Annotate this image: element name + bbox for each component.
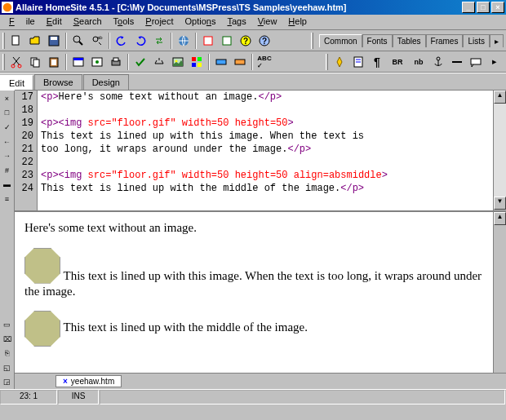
copy-button[interactable] xyxy=(26,53,44,71)
print-button[interactable] xyxy=(107,53,125,71)
menu-options[interactable]: Options xyxy=(180,15,222,29)
close-button[interactable]: × xyxy=(491,2,504,13)
weight-button[interactable] xyxy=(150,53,168,71)
open-button[interactable] xyxy=(26,32,44,50)
tool-b-button[interactable] xyxy=(218,32,236,50)
toolbar-edit: ABC✓ ¶ BR nb ▸ xyxy=(0,51,506,73)
preview-scrollbar[interactable]: ▲ xyxy=(493,212,506,373)
app-icon xyxy=(2,2,13,13)
workspace: × □ ✓ ← → # ▬ ≡ ▭ ⌧ ⎘ ◱ ◲ 17181920212223… xyxy=(0,90,506,389)
svg-point-39 xyxy=(437,57,440,60)
floor-image-2 xyxy=(24,311,60,347)
left-zoomout-icon[interactable]: ◲ xyxy=(1,376,14,389)
menu-view[interactable]: View xyxy=(252,15,283,29)
preview-button[interactable] xyxy=(88,53,106,71)
color-button[interactable] xyxy=(188,53,206,71)
maximize-button[interactable]: □ xyxy=(477,2,490,13)
minimize-button[interactable]: _ xyxy=(462,2,475,13)
tab-frames[interactable]: Frames xyxy=(426,34,464,47)
anchor-button[interactable] xyxy=(429,53,447,71)
p-tag-button[interactable]: ¶ xyxy=(368,53,386,71)
preview-p2: This text is lined up with this image. W… xyxy=(24,248,496,300)
left-lines-icon[interactable]: ≡ xyxy=(1,192,14,206)
menu-tools[interactable]: Tools xyxy=(108,15,140,29)
left-rect-icon[interactable]: ▭ xyxy=(1,318,14,331)
cut-button[interactable] xyxy=(7,53,25,71)
repeat-button[interactable] xyxy=(150,32,168,50)
menu-edit[interactable]: Edit xyxy=(41,15,68,29)
nbsp-button[interactable]: nb xyxy=(409,53,428,71)
tagbar-grip[interactable] xyxy=(326,54,328,70)
code-editor[interactable]: 1718192021222324 <p>Here's some text wit… xyxy=(15,90,506,210)
left-close-icon[interactable]: × xyxy=(1,92,14,105)
svg-rect-34 xyxy=(216,60,226,64)
comment-button[interactable] xyxy=(467,53,485,71)
mode-browse[interactable]: Browse xyxy=(34,74,82,90)
find-button[interactable] xyxy=(69,32,87,50)
mode-tabs: Edit Browse Design xyxy=(0,73,506,90)
mode-design[interactable]: Design xyxy=(83,74,129,90)
new-button[interactable] xyxy=(7,32,25,50)
left-hash-icon[interactable]: # xyxy=(1,164,14,177)
preview-scroll-up[interactable]: ▲ xyxy=(494,212,506,225)
menu-file[interactable]: File xyxy=(3,15,41,29)
toolbar-main: ab ? ? Common Fonts Tables Frames Lists … xyxy=(0,30,506,51)
svg-rect-32 xyxy=(192,63,196,67)
help2-button[interactable]: ? xyxy=(255,32,273,50)
left-del-icon[interactable]: ⌧ xyxy=(1,333,14,346)
left-fwd-icon[interactable]: → xyxy=(1,149,14,162)
validate-button[interactable] xyxy=(131,53,149,71)
preview-p3: This text is lined up with the middle of… xyxy=(24,311,496,347)
left-box-icon[interactable]: □ xyxy=(1,107,14,120)
tagmore-button[interactable]: ▸ xyxy=(486,53,504,71)
svg-rect-31 xyxy=(198,57,202,61)
toolbar2-grip[interactable] xyxy=(2,54,5,70)
browse-button[interactable] xyxy=(69,53,87,71)
code-scrollbar[interactable]: ▲ ▼ xyxy=(493,91,506,210)
menu-tags[interactable]: Tags xyxy=(221,15,251,29)
svg-rect-10 xyxy=(204,37,212,45)
toggle-a-button[interactable] xyxy=(212,53,230,71)
body-button[interactable] xyxy=(349,53,367,71)
left-bar-icon[interactable]: ▬ xyxy=(1,179,14,192)
toolbar-grip[interactable] xyxy=(2,33,5,49)
redo-button[interactable] xyxy=(131,32,149,50)
toggle-b-button[interactable] xyxy=(231,53,249,71)
menu-project[interactable]: Project xyxy=(140,15,179,29)
hr-button[interactable] xyxy=(448,53,466,71)
save-button[interactable] xyxy=(45,32,63,50)
left-back-icon[interactable]: ← xyxy=(1,135,14,148)
menu-help[interactable]: Help xyxy=(282,15,313,29)
spellcheck-button[interactable]: ABC✓ xyxy=(255,53,273,71)
help-button[interactable]: ? xyxy=(237,32,255,50)
mode-edit[interactable]: Edit xyxy=(0,75,33,91)
link-button[interactable] xyxy=(175,32,193,50)
image-button[interactable] xyxy=(169,53,187,71)
menu-search[interactable]: Search xyxy=(68,15,108,29)
scroll-down-icon[interactable]: ▼ xyxy=(494,197,506,210)
left-check-icon[interactable]: ✓ xyxy=(1,121,14,134)
undo-button[interactable] xyxy=(113,32,131,50)
tab-tables[interactable]: Tables xyxy=(393,34,426,47)
svg-rect-27 xyxy=(113,58,118,61)
tool-a-button[interactable] xyxy=(199,32,217,50)
scroll-up-icon[interactable]: ▲ xyxy=(494,91,506,104)
svg-rect-11 xyxy=(223,37,231,45)
left-copy-icon[interactable]: ⎘ xyxy=(1,347,14,360)
file-close-icon[interactable]: × xyxy=(63,377,68,386)
code-text[interactable]: <p>Here's some text without an image.</p… xyxy=(38,91,493,210)
file-tab[interactable]: ×yeehaw.htm xyxy=(55,375,122,387)
tab-common[interactable]: Common xyxy=(319,34,362,47)
paste-button[interactable] xyxy=(45,53,63,71)
left-zoomin-icon[interactable]: ◱ xyxy=(1,361,14,374)
tabbar-grip[interactable] xyxy=(311,33,313,49)
status-bar: 23: 1 INS xyxy=(0,389,506,405)
tab-lists[interactable]: Lists xyxy=(463,34,490,47)
replace-button[interactable]: ab xyxy=(88,32,106,50)
svg-point-25 xyxy=(95,60,99,64)
tab-fonts[interactable]: Fonts xyxy=(362,34,393,47)
quicktag-button[interactable] xyxy=(331,53,348,71)
svg-line-6 xyxy=(79,42,82,45)
br-tag-button[interactable]: BR xyxy=(387,53,408,71)
tab-more[interactable]: ▸ xyxy=(490,34,504,47)
